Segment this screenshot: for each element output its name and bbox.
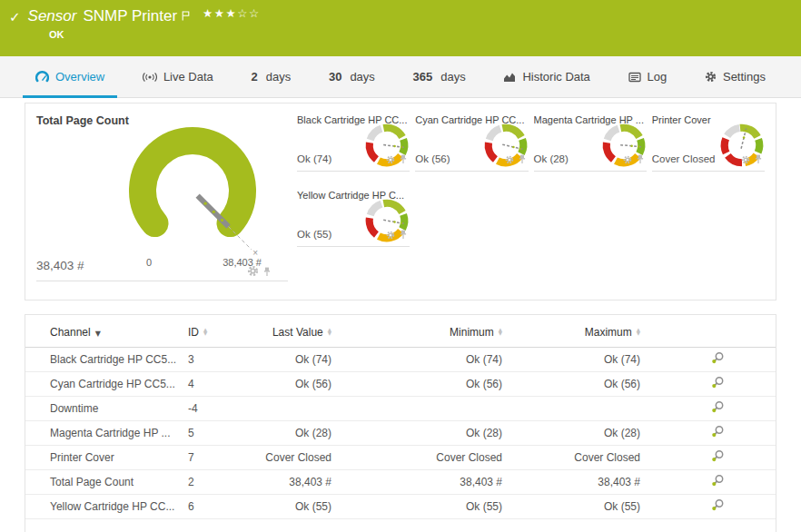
- cell-id: 5: [188, 421, 252, 446]
- cell-id: 7: [188, 446, 252, 470]
- cell-last: [252, 397, 331, 421]
- cell-id: 2: [188, 470, 252, 495]
- tab-number: 2: [252, 70, 258, 84]
- chart-icon: [503, 72, 516, 83]
- cell-actions: [640, 446, 776, 470]
- cell-min: Ok (28): [331, 421, 502, 446]
- tab-365-days[interactable]: 365days: [400, 56, 479, 97]
- pin-icon[interactable]: [399, 152, 408, 168]
- mini-gauges-grid: Black Cartridge HP CC...Ok (74)Cyan Cart…: [297, 114, 765, 289]
- tab-label: Historic Data: [522, 70, 589, 84]
- cell-id: 4: [188, 372, 252, 397]
- mini-gauge-title: Magenta Cartridge HP ...: [534, 114, 647, 125]
- live-icon: [143, 72, 157, 83]
- tab-bar: OverviewLive Data2days30days365daysHisto…: [0, 56, 801, 98]
- mini-gauge-value: Ok (74): [297, 153, 331, 164]
- sensor-status: OK: [49, 29, 801, 40]
- cell-last: Ok (56): [252, 372, 331, 397]
- table-row: Cyan Cartridge HP CC5...4Ok (56)Ok (56)O…: [25, 372, 776, 397]
- mini-gauge-title: Black Cartridge HP CC...: [297, 114, 410, 125]
- column-header-max[interactable]: Maximum▲▼: [502, 326, 640, 348]
- pin-icon[interactable]: [518, 152, 527, 168]
- table-row: Printer Cover7Cover ClosedCover ClosedCo…: [25, 446, 776, 470]
- tab-settings[interactable]: Settings: [692, 56, 778, 97]
- sort-icon: ▲▼: [328, 328, 331, 336]
- cell-min: [331, 397, 502, 421]
- sensor-header: ✓ Sensor SNMP Printer ★★★☆☆ OK: [0, 0, 801, 56]
- channel-zoom-icon[interactable]: [711, 400, 725, 417]
- tab-label: Settings: [723, 70, 766, 84]
- channel-zoom-icon[interactable]: [711, 376, 725, 392]
- total-page-count-gauge: ×: [97, 120, 288, 265]
- mini-gauge-value: Ok (55): [297, 229, 331, 240]
- gear-icon: [705, 71, 717, 83]
- tab-label: Log: [648, 70, 668, 84]
- tab-2-days[interactable]: 2days: [239, 56, 304, 97]
- pin-icon[interactable]: [754, 152, 763, 168]
- pin-icon[interactable]: [636, 152, 645, 168]
- tab-label: Live Data: [163, 70, 213, 84]
- priority-stars[interactable]: ★★★☆☆: [203, 6, 261, 20]
- cell-max: Cover Closed: [502, 446, 640, 470]
- pin-icon[interactable]: [262, 264, 272, 281]
- channel-zoom-icon[interactable]: [711, 351, 725, 368]
- cell-min: Ok (74): [331, 348, 502, 372]
- column-header-id[interactable]: ID▲▼: [188, 326, 252, 348]
- channel-zoom-icon[interactable]: [711, 498, 725, 515]
- cell-id: -4: [188, 397, 252, 421]
- tab-label: days: [350, 70, 374, 84]
- widget-icons: [741, 152, 763, 168]
- cell-id: 3: [188, 348, 252, 372]
- tab-overview[interactable]: Overview: [23, 56, 117, 97]
- column-label: Channel: [50, 326, 91, 339]
- sort-icon: ▲▼: [637, 328, 640, 336]
- tab-live-data[interactable]: Live Data: [130, 56, 226, 97]
- channel-zoom-icon[interactable]: [711, 449, 725, 466]
- gear-icon[interactable]: [386, 152, 395, 168]
- flag-icon[interactable]: [182, 8, 190, 25]
- sort-icon: ▲▼: [203, 328, 207, 336]
- mini-gauge-title: Cyan Cartridge HP CC...: [415, 114, 528, 125]
- mini-gauge-widget: Printer CoverCover Closed: [652, 114, 765, 172]
- gear-icon[interactable]: [247, 264, 259, 281]
- tab-number: 30: [329, 70, 341, 84]
- tab-log[interactable]: Log: [616, 56, 680, 97]
- tab-number: 365: [413, 70, 433, 84]
- column-header-last[interactable]: Last Value▲▼: [252, 326, 331, 348]
- column-header-channel[interactable]: Channel▼: [25, 326, 188, 348]
- mini-gauge-value: Cover Closed: [652, 153, 716, 164]
- table-row: Magenta Cartridge HP ...5Ok (28)Ok (28)O…: [25, 421, 776, 446]
- widget-icons: [623, 152, 645, 168]
- gear-icon[interactable]: [741, 152, 750, 168]
- channel-zoom-icon[interactable]: [711, 474, 725, 490]
- cell-id: 6: [188, 495, 252, 519]
- gear-icon[interactable]: [623, 152, 632, 168]
- cell-max: 38,403 #: [502, 470, 640, 495]
- column-label: ID: [188, 326, 199, 339]
- cell-min: Ok (55): [331, 495, 502, 519]
- cell-channel: Yellow Cartridge HP CC...: [25, 495, 188, 519]
- channel-zoom-icon[interactable]: [711, 425, 725, 441]
- cell-max: Ok (74): [502, 348, 640, 372]
- column-label: Last Value: [272, 326, 323, 339]
- column-header-min[interactable]: Minimum▲▼: [331, 326, 502, 348]
- gear-icon[interactable]: [386, 227, 395, 243]
- cell-max: Ok (28): [502, 421, 640, 446]
- gear-icon[interactable]: [505, 152, 514, 168]
- table-row: Total Page Count238,403 #38,403 #38,403 …: [25, 470, 776, 495]
- sort-desc-icon: ▼: [95, 330, 101, 338]
- pin-icon[interactable]: [399, 227, 408, 243]
- widget-icons: [505, 152, 527, 168]
- cell-channel: Black Cartridge HP CC5...: [25, 348, 188, 372]
- mini-gauge-title: Printer Cover: [652, 114, 765, 125]
- cell-max: Ok (56): [502, 372, 640, 397]
- cell-max: [502, 397, 640, 421]
- column-label: Minimum: [450, 326, 494, 339]
- cell-min: Ok (56): [331, 372, 502, 397]
- tab-label: days: [440, 70, 465, 84]
- primary-gauge-value: 38,403 #: [36, 259, 84, 272]
- tab-historic-data[interactable]: Historic Data: [490, 56, 602, 97]
- cell-channel: Printer Cover: [25, 446, 188, 470]
- cell-actions: [640, 348, 776, 372]
- tab-30-days[interactable]: 30days: [316, 56, 388, 97]
